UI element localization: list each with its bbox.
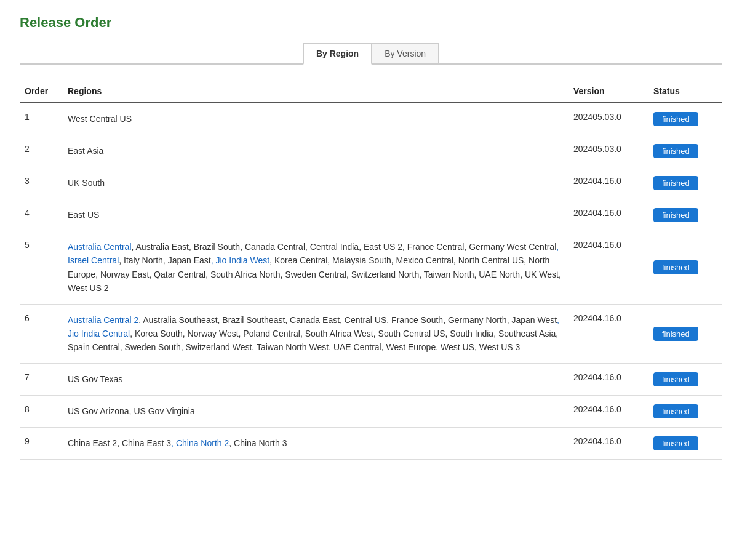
cell-version: 202405.03.0 [568, 135, 648, 167]
status-badge: finished [653, 404, 698, 418]
region-text: , Sweden Central [281, 270, 346, 279]
tab-by-version[interactable]: By Version [372, 43, 439, 63]
region-text: , Australia East [132, 242, 189, 252]
cell-version: 202404.16.0 [568, 199, 648, 231]
cell-regions: Australia Central, Australia East, Brazi… [63, 231, 568, 305]
cell-status: finished [648, 395, 722, 427]
cell-status: finished [648, 231, 722, 305]
region-text: , Australia Southeast [138, 315, 217, 325]
status-badge: finished [653, 260, 698, 274]
region-text: West Central US [68, 114, 132, 124]
region-text: , Sweden South [120, 342, 181, 352]
region-text: , South India [445, 329, 494, 338]
table-row: 9China East 2, China East 3, China North… [20, 427, 722, 459]
region-text: China East 2 [68, 438, 117, 448]
cell-status: finished [648, 103, 722, 135]
region-text: , Central US [340, 315, 386, 325]
table-row: 8US Gov Arizona, US Gov Virginia202404.1… [20, 395, 722, 427]
cell-version: 202405.03.0 [568, 103, 648, 135]
cell-status: finished [648, 167, 722, 199]
region-text: UK South [68, 178, 105, 188]
cell-status: finished [648, 199, 722, 231]
region-text: , China North 3 [229, 438, 287, 448]
region-text: , Poland Central [239, 329, 300, 338]
cell-status: finished [648, 135, 722, 167]
region-text: , South Africa West [300, 329, 373, 338]
region-text: , UAE North [474, 270, 520, 279]
region-text: , Canada Central [240, 242, 305, 252]
region-text: , Central India [305, 242, 359, 252]
region-text: , Southeast Asia [493, 329, 556, 338]
region-text: , Switzerland West [181, 342, 252, 352]
cell-order: 1 [20, 103, 63, 135]
cell-status: finished [648, 304, 722, 363]
region-text: , South Central US [373, 329, 445, 338]
region-text: , Norway East [95, 270, 149, 279]
cell-order: 8 [20, 395, 63, 427]
table-header: Order Regions Version Status [20, 80, 722, 103]
region-text: , North Central US [453, 255, 524, 265]
cell-version: 202404.16.0 [568, 363, 648, 395]
region-link[interactable]: , Jio India West [211, 255, 269, 265]
table-row: 2East Asia202405.03.0finished [20, 135, 722, 167]
status-badge: finished [653, 208, 698, 222]
region-text: , Switzerland North [346, 270, 419, 279]
page-title: Release Order [20, 15, 722, 31]
status-badge: finished [653, 327, 698, 341]
cell-order: 4 [20, 199, 63, 231]
cell-regions: Australia Central 2, Australia Southeast… [63, 304, 568, 363]
region-text: , France Central [402, 242, 464, 252]
status-badge: finished [653, 112, 698, 126]
table-row: 5Australia Central, Australia East, Braz… [20, 231, 722, 305]
region-text: , Qatar Central [149, 270, 205, 279]
region-text: , Germany North [443, 315, 506, 325]
region-text: , France South [386, 315, 443, 325]
cell-status: finished [648, 363, 722, 395]
region-text: , UK West [520, 270, 559, 279]
cell-version: 202404.16.0 [568, 395, 648, 427]
region-text: , Japan West [507, 315, 557, 325]
cell-order: 5 [20, 231, 63, 305]
cell-status: finished [648, 427, 722, 459]
region-text: , UAE Central [329, 342, 381, 352]
region-text: , Japan East [163, 255, 211, 265]
region-text: , Taiwan North [419, 270, 474, 279]
cell-version: 202404.16.0 [568, 427, 648, 459]
table-row: 1West Central US202405.03.0finished [20, 103, 722, 135]
region-text: , Norway West [183, 329, 239, 338]
region-text: , Brazil Southeast [218, 315, 285, 325]
cell-regions: UK South [63, 167, 568, 199]
col-header-order: Order [20, 80, 63, 103]
cell-order: 6 [20, 304, 63, 363]
region-text: , Korea Central [269, 255, 327, 265]
region-text: , Mexico Central [391, 255, 453, 265]
region-text: , Italy North [119, 255, 163, 265]
status-badge: finished [653, 436, 698, 450]
col-header-regions: Regions [63, 80, 568, 103]
region-text: , Canada East [285, 315, 340, 325]
region-link[interactable]: , China North 2 [171, 438, 229, 448]
cell-regions: US Gov Arizona, US Gov Virginia [63, 395, 568, 427]
region-text: , West US 3 [474, 342, 520, 352]
tabs-container: By Region By Version [20, 43, 722, 65]
cell-order: 9 [20, 427, 63, 459]
region-text: East US [68, 210, 99, 220]
region-text: , West US [436, 342, 474, 352]
cell-regions: US Gov Texas [63, 363, 568, 395]
tab-divider [20, 65, 722, 65]
tab-by-region[interactable]: By Region [303, 43, 372, 65]
region-text: , West Europe [381, 342, 436, 352]
region-text: , East US 2 [359, 242, 402, 252]
region-text: , South Africa North [205, 270, 280, 279]
table-body: 1West Central US202405.03.0finished2East… [20, 103, 722, 459]
status-badge: finished [653, 144, 698, 158]
cell-version: 202404.16.0 [568, 167, 648, 199]
col-header-status: Status [648, 80, 722, 103]
region-link[interactable]: Australia Central 2 [68, 315, 138, 325]
region-link[interactable]: Australia Central [68, 242, 132, 252]
region-text: , Malaysia South [327, 255, 391, 265]
region-text: , Brazil South [189, 242, 240, 252]
status-badge: finished [653, 176, 698, 190]
cell-order: 7 [20, 363, 63, 395]
cell-regions: West Central US [63, 103, 568, 135]
